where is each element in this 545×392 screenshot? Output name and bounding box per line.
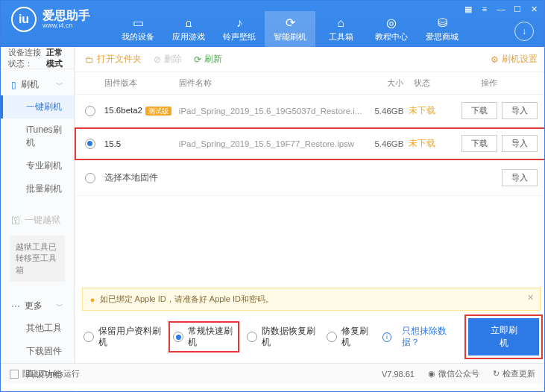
check-update-link[interactable]: ↻检查更新 [493, 368, 535, 379]
more-icon: ⋯ [11, 301, 20, 312]
window-controls: ▦ ≡ — ☐ ✕ [462, 4, 540, 14]
row-radio[interactable] [85, 173, 95, 183]
sidebar-item-othertools[interactable]: 其他工具 [1, 317, 74, 340]
import-button[interactable]: 导入 [502, 169, 538, 186]
toolbox-icon: ⌂ [334, 16, 347, 30]
sidebar-item-itunes[interactable]: iTunes刷机 [1, 118, 74, 154]
flash-options: 保留用户资料刷机 常规快速刷机 防数据恢复刷机 修复刷机 i 只想抹除数据？ 立… [75, 311, 545, 363]
nav-flash[interactable]: ⟳智能刷机 [265, 11, 315, 47]
block-itunes-checkbox[interactable]: 阻止iTunes运行 [10, 368, 80, 379]
version-label: V7.98.61 [382, 370, 415, 379]
opt-anti-recovery[interactable]: 防数据恢复刷机 [247, 326, 316, 348]
delete-button[interactable]: ⊘删除 [154, 53, 182, 66]
app-logo: iu 爱思助手 www.i4.cn [1, 1, 101, 38]
gear-icon: ⚙ [491, 54, 499, 65]
warning-icon: ● [90, 295, 95, 304]
jailbreak-note: 越狱工具已转移至工具箱 [10, 235, 65, 282]
apple-id-warning: ● 如已绑定 Apple ID，请准备好 Apple ID和密码。 ✕ [82, 288, 541, 311]
sidebar-item-oneclick[interactable]: 一键刷机 [1, 95, 74, 118]
flash-now-button[interactable]: 立即刷机 [468, 318, 539, 355]
nav-toolbox[interactable]: ⌂工具箱 [315, 11, 366, 47]
firmware-row[interactable]: 15.5 iPad_Spring_2019_15.5_19F77_Restore… [75, 127, 545, 160]
row-radio[interactable] [85, 139, 95, 149]
table-header: 固件版本 固件名称 大小 状态 操作 [75, 72, 545, 95]
opt-normal-flash[interactable]: 常规快速刷机 [171, 324, 236, 350]
cart-icon: ⛁ [435, 16, 449, 30]
nav-ringtone[interactable]: ♪铃声壁纸 [214, 11, 265, 47]
update-icon: ↻ [493, 369, 500, 379]
main-nav: ▭我的设备 ⩍应用游戏 ♪铃声壁纸 ⟳智能刷机 ⌂工具箱 ◎教程中心 ⛁爱思商城 [113, 11, 467, 47]
local-firmware-row[interactable]: 选择本地固件 导入 [75, 160, 545, 196]
nav-store[interactable]: ⛁爱思商城 [417, 11, 467, 47]
minimize-button[interactable]: — [495, 4, 507, 14]
refresh-icon: ⟳ [194, 54, 201, 65]
chevron-down-icon: ﹀ [56, 301, 63, 312]
sidebar-item-batch[interactable]: 批量刷机 [1, 177, 74, 200]
status-bar: 阻止iTunes运行 V7.98.61 ◉微信公众号 ↻检查更新 [1, 363, 544, 384]
app-name: 爱思助手 [42, 9, 90, 22]
import-button[interactable]: 导入 [502, 135, 538, 152]
close-button[interactable]: ✕ [528, 4, 540, 14]
row-radio[interactable] [85, 106, 95, 116]
nav-tutorial[interactable]: ◎教程中心 [366, 11, 417, 47]
download-button[interactable]: 下载 [461, 102, 497, 119]
refresh-button[interactable]: ⟳刷新 [194, 53, 222, 66]
main-content: 🗀打开文件夹 ⊘删除 ⟳刷新 ⚙刷机设置 固件版本 固件名称 大小 状态 操作 … [75, 47, 545, 363]
logo-icon: iu [11, 7, 37, 32]
connection-status: 设备连接状态：正常模式 [1, 47, 74, 69]
sidebar-group-flash[interactable]: ▯刷机﹀ [1, 74, 74, 95]
flash-settings-button[interactable]: ⚙刷机设置 [491, 53, 538, 66]
sidebar: 设备连接状态：正常模式 ▯刷机﹀ 一键刷机 iTunes刷机 专业刷机 批量刷机… [1, 47, 75, 363]
beta-tag: 测试版 [145, 107, 171, 116]
lock-icon: ⚿ [11, 215, 20, 226]
close-warning-button[interactable]: ✕ [527, 293, 534, 303]
music-icon: ♪ [233, 16, 246, 30]
firmware-name: iPad_Spring_2019_15.6_19G5037d_Restore.i… [179, 107, 362, 116]
sidebar-group-jailbreak[interactable]: ⚿一键越狱 [1, 209, 74, 231]
app-url: www.i4.cn [42, 22, 90, 30]
toolbar: 🗀打开文件夹 ⊘删除 ⟳刷新 ⚙刷机设置 [75, 47, 545, 72]
sidebar-group-more[interactable]: ⋯更多﹀ [1, 295, 74, 317]
nav-apps[interactable]: ⩍应用游戏 [163, 11, 214, 47]
erase-only-link[interactable]: 只想抹除数据？ [402, 326, 458, 348]
sidebar-item-downloadfw[interactable]: 下载固件 [1, 340, 74, 363]
wechat-icon: ◉ [428, 369, 435, 379]
apps-icon: ⩍ [182, 16, 195, 30]
nav-device[interactable]: ▭我的设备 [113, 11, 163, 47]
delete-icon: ⊘ [154, 54, 161, 65]
book-icon: ◎ [385, 16, 398, 30]
maximize-button[interactable]: ☐ [511, 4, 523, 14]
info-icon[interactable]: i [382, 332, 391, 342]
chevron-down-icon: ﹀ [56, 80, 63, 90]
download-button[interactable]: 下载 [461, 135, 497, 152]
firmware-name: iPad_Spring_2019_15.5_19F77_Restore.ipsw [179, 139, 362, 148]
wechat-link[interactable]: ◉微信公众号 [428, 368, 479, 379]
folder-icon: 🗀 [85, 54, 94, 65]
grid-icon[interactable]: ▦ [462, 4, 474, 14]
phone-icon: ▯ [11, 80, 16, 90]
sidebar-item-pro[interactable]: 专业刷机 [1, 154, 74, 177]
titlebar: iu 爱思助手 www.i4.cn ▭我的设备 ⩍应用游戏 ♪铃声壁纸 ⟳智能刷… [1, 1, 544, 47]
refresh-icon: ⟳ [283, 16, 297, 30]
menu-icon[interactable]: ≡ [479, 4, 491, 14]
firmware-row[interactable]: 15.6beta2测试版 iPad_Spring_2019_15.6_19G50… [75, 95, 545, 127]
import-button[interactable]: 导入 [502, 102, 538, 119]
phone-icon: ▭ [131, 16, 145, 30]
download-button[interactable]: ↓ [514, 22, 534, 41]
opt-keep-data[interactable]: 保留用户资料刷机 [84, 326, 161, 348]
opt-repair[interactable]: 修复刷机 [327, 326, 372, 348]
open-folder-button[interactable]: 🗀打开文件夹 [85, 53, 142, 66]
